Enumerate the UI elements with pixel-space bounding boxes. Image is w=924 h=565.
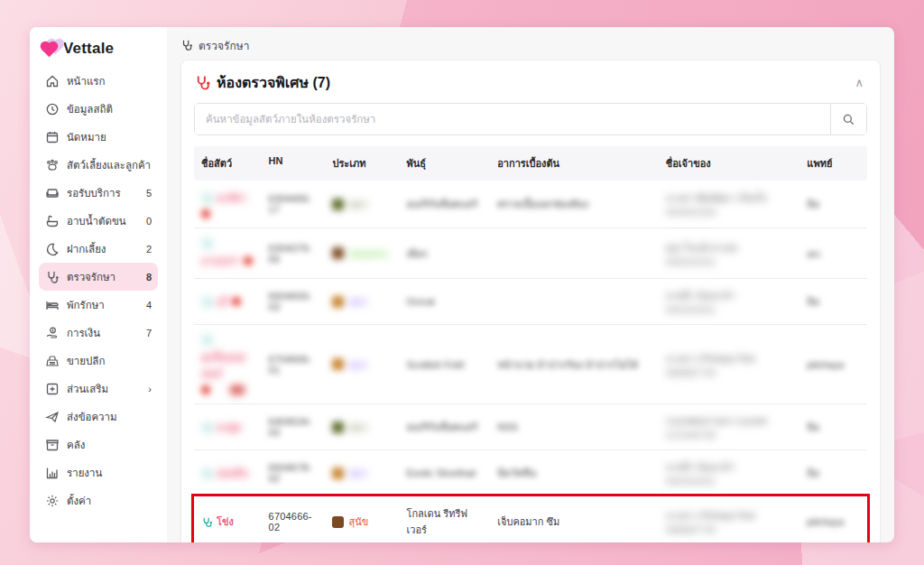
search-button[interactable]: [830, 104, 866, 134]
sidebar-item-label: ส่วนเสริม: [67, 381, 141, 397]
sidebar-item-reports[interactable]: รายงาน: [39, 458, 158, 486]
sidebar-item-home[interactable]: หน้าแรก: [39, 67, 158, 95]
search-bar: [194, 103, 867, 135]
owner-phone: 0888887790: [666, 368, 793, 378]
table-row[interactable]: บุรี 6604659-03 แมว Ocicat นายธีร น้อมเก…: [194, 279, 867, 325]
sidebar-item-label: รายงาน: [67, 465, 152, 481]
sidebar-item-label: รอรับบริการ: [67, 185, 139, 201]
sidebar-item-appointments[interactable]: นัดหมาย: [39, 123, 158, 151]
alert-icon: [232, 297, 241, 306]
section-title: ห้องตรวจพิเศษ (7): [217, 71, 845, 94]
col-header: HN: [262, 146, 326, 181]
symptom: [490, 292, 659, 310]
table-row[interactable]: มะลิตา 6304456-17 แมว อเมริกันช็อตแฮร์ ต…: [194, 181, 867, 228]
table-row[interactable]: ออมสิน 6604678-02 แมว Exotic Shorthair ฉ…: [194, 450, 867, 496]
sidebar-item-label: ฝากเลี้ยง: [67, 241, 139, 257]
brand-logo: Vettale: [39, 38, 158, 67]
sidebar-item-inventory[interactable]: คลัง: [39, 431, 158, 458]
pet-type: เม่นแคระ: [348, 245, 389, 262]
sidebar-item-count: 5: [146, 188, 152, 199]
bathtub-icon: [45, 214, 60, 228]
bed-icon: [45, 298, 60, 312]
sidebar-item-examination[interactable]: ตรวจรักษา 8: [39, 263, 158, 291]
doctor-name: pitchaya: [799, 350, 867, 379]
owner-phone: 0123406789: [666, 431, 793, 440]
animal-icon: [332, 358, 344, 370]
sidebar-item-label: คลัง: [67, 437, 152, 453]
stethoscope-icon: [194, 74, 211, 91]
col-header: แพทย์: [799, 146, 867, 181]
owner-name: นางสาวพิมพ์สุดา เรียลใจ: [666, 190, 793, 206]
owner-name: กรุงเทพมหานคร กรุงเทพ: [666, 413, 793, 429]
sidebar-item-finance[interactable]: การเงิน 7: [39, 319, 158, 347]
hn-value: 6404534-03: [262, 407, 326, 447]
col-header: ชื่อสัตว์: [194, 146, 262, 181]
owner-phone: 0659641994: [666, 208, 793, 218]
stethoscope-icon: [201, 192, 213, 204]
paper-plane-icon: [45, 410, 60, 424]
doctor-name: อิม: [799, 187, 867, 221]
stethoscope-icon: [201, 296, 213, 308]
pet-type: แมว: [348, 196, 367, 212]
gear-icon: [45, 494, 60, 508]
section-special-exam-room: ห้องตรวจพิเศษ (7) ∧ ชื่อสัตว์ HN ประเภท …: [180, 60, 881, 542]
col-header: อาการเบื้องต้น: [490, 146, 659, 181]
sidebar-item-label: ขายปลีก: [67, 353, 152, 369]
brand-name: Vettale: [63, 40, 114, 58]
money-hand-icon: [45, 326, 60, 340]
sidebar-item-count: 7: [146, 328, 152, 338]
sidebar-item-settings[interactable]: ตั้งค่า: [39, 486, 158, 514]
sidebar-item-retail[interactable]: ขายปลีก: [39, 347, 158, 375]
pet-name: ออมสิน: [217, 465, 248, 481]
sidebar-item-grooming[interactable]: อาบน้ำตัดขน 0: [39, 207, 158, 235]
owner-phone: 0888887790: [666, 525, 793, 535]
owner-phone: 0962634261: [666, 305, 793, 315]
table-row[interactable]: มะตูม 6404534-03 แมว อเมริกันช็อตแฮร์ NS…: [194, 404, 867, 450]
col-header: ประเภท: [325, 146, 399, 181]
collapse-chevron-icon[interactable]: ∧: [851, 75, 867, 90]
stethoscope-icon: [201, 516, 213, 528]
pet-breed: อเมริกันช็อตแฮร์: [400, 410, 491, 444]
pet-type: แมว: [348, 293, 367, 310]
pet-type: แมว: [348, 419, 367, 435]
animal-icon: [332, 421, 344, 433]
hn-value: 6604659-03: [262, 282, 326, 321]
hn-value: 6604678-02: [262, 453, 326, 493]
sidebar-item-waiting[interactable]: รอรับบริการ 5: [39, 179, 158, 207]
pet-name: มาเธอร่า: [201, 253, 240, 269]
pet-breed: เผือก: [400, 236, 491, 271]
hn-value: 6304379-56: [262, 234, 326, 273]
pet-name: คุกกี้มอนสเตอร์: [201, 349, 254, 382]
sidebar-item-label: การเงิน: [67, 325, 139, 341]
sidebar-item-addons[interactable]: ส่วนเสริม ›: [39, 375, 158, 403]
main-content: ตรวจรักษา ห้องตรวจพิเศษ (7) ∧ ชื่อสัตว์ …: [167, 27, 894, 542]
sidebar-item-label: ตั้งค่า: [67, 493, 152, 509]
sidebar-item-pets-customers[interactable]: สัตว์เลี้ยงและลูกค้า: [39, 151, 158, 179]
home-icon: [45, 74, 60, 88]
doctor-name: อิม: [799, 284, 867, 319]
table-row-highlighted[interactable]: โข่ง 6704666-02 สุนัข โกลเดน รีทรีฟเวอร์…: [194, 496, 867, 542]
sidebar-item-messages[interactable]: ส่งข้อความ: [39, 403, 158, 431]
search-input[interactable]: [195, 104, 830, 134]
breadcrumb: ตรวจรักษา: [180, 34, 881, 56]
search-icon: [842, 113, 855, 126]
table-row[interactable]: มาเธอร่า 6304379-56 เม่นแคระ เผือก คุณ โ…: [194, 228, 867, 279]
pet-type: สุนัข: [348, 514, 368, 530]
cash-register-icon: [45, 354, 60, 368]
sidebar-item-count: 2: [146, 244, 152, 255]
sidebar-item-count: 0: [146, 216, 152, 227]
sidebar-item-inpatient[interactable]: พักรักษา 4: [39, 291, 158, 319]
animal-icon: [332, 296, 344, 308]
sidebar-item-label: หน้าแรก: [67, 73, 152, 89]
sidebar-item-label: อาบน้ำตัดขน: [67, 213, 139, 229]
table-header: ชื่อสัตว์ HN ประเภท พันธุ์ อาการเบื้องต้…: [194, 146, 867, 181]
sidebar-item-label: พักรักษา: [67, 297, 139, 313]
alert-icon: [230, 385, 245, 394]
chevron-right-icon: ›: [148, 384, 152, 394]
owner-phone: 0962634261: [666, 477, 793, 486]
sidebar-item-statistics[interactable]: ข้อมูลสถิติ: [39, 95, 158, 123]
owner-phone: 0958164331: [666, 257, 793, 267]
symptom: [490, 245, 659, 263]
sidebar-item-boarding[interactable]: ฝากเลี้ยง 2: [39, 235, 158, 263]
table-row[interactable]: คุกกี้มอนสเตอร์ 6704666-01 แมว Scottish …: [194, 325, 867, 404]
